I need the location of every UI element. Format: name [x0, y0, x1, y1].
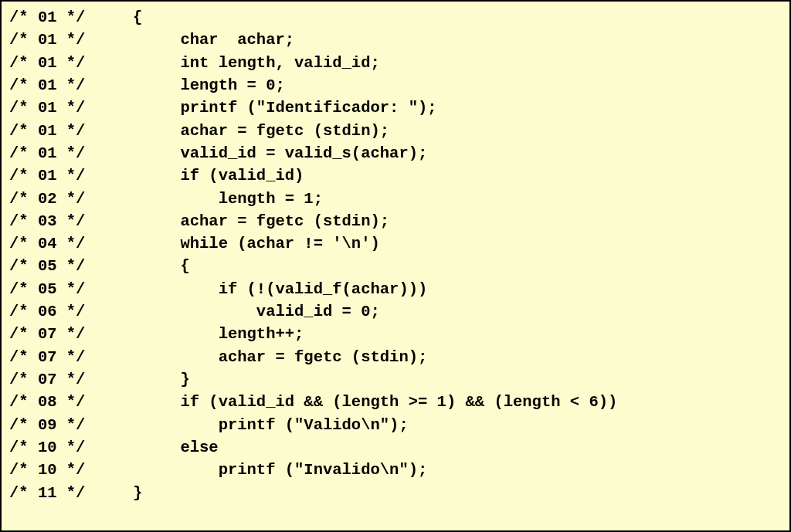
code-line: /* 07 */ }	[9, 368, 782, 391]
code-block: /* 01 */ {/* 01 */ char achar;/* 01 */ i…	[0, 0, 791, 532]
code-line: /* 02 */ length = 1;	[9, 188, 782, 210]
code-line: /* 01 */ char achar;	[9, 29, 782, 51]
code-line: /* 01 */ achar = fgetc (stdin);	[9, 120, 782, 142]
code-line: /* 05 */ if (!(valid_f(achar)))	[9, 278, 782, 300]
code-line: /* 08 */ if (valid_id && (length >= 1) &…	[9, 391, 782, 413]
code-line: /* 01 */ int length, valid_id;	[9, 52, 782, 74]
code-line: /* 01 */ printf ("Identificador: ");	[9, 97, 782, 119]
code-line: /* 11 */ }	[9, 482, 782, 504]
code-line: /* 10 */ printf ("Invalido\n");	[9, 459, 782, 481]
code-line: /* 01 */ length = 0;	[9, 74, 782, 97]
code-line: /* 03 */ achar = fgetc (stdin);	[9, 210, 782, 232]
code-line: /* 05 */ {	[9, 255, 782, 277]
code-line: /* 06 */ valid_id = 0;	[9, 300, 782, 323]
code-line: /* 01 */ {	[9, 6, 782, 29]
code-line: /* 09 */ printf ("Valido\n");	[9, 414, 782, 436]
code-line: /* 01 */ valid_id = valid_s(achar);	[9, 142, 782, 164]
code-line: /* 04 */ while (achar != '\n')	[9, 232, 782, 255]
code-line: /* 07 */ length++;	[9, 323, 782, 345]
code-line: /* 01 */ if (valid_id)	[9, 164, 782, 187]
code-line: /* 10 */ else	[9, 436, 782, 459]
code-line: /* 07 */ achar = fgetc (stdin);	[9, 346, 782, 368]
